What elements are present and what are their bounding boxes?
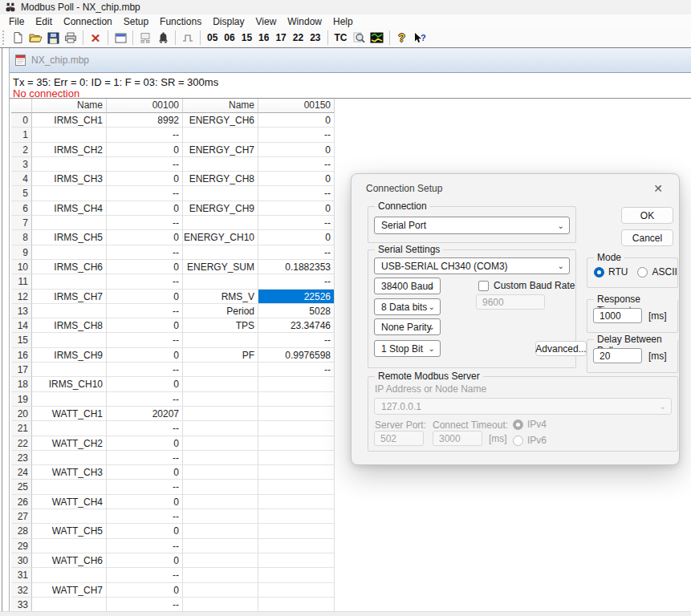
function-code-15-button[interactable]: 15 (238, 32, 255, 43)
grid-cell[interactable] (32, 245, 107, 260)
grid-header-col1[interactable]: Name (32, 99, 107, 113)
setup-window-button[interactable] (112, 30, 129, 46)
grid-cell[interactable] (183, 377, 258, 391)
grid-cell[interactable]: 0 (107, 553, 183, 568)
response-timeout-input[interactable]: 1000 (593, 308, 642, 323)
grid-cell[interactable]: IRMS_CH4 (32, 201, 107, 216)
grid-cell[interactable]: WATT_CH5 (32, 524, 107, 538)
grid-cell[interactable]: IRMS_CH1 (32, 113, 107, 128)
connect-timeout-input[interactable]: 3000 (433, 431, 482, 446)
grid-cell[interactable] (32, 274, 107, 289)
ip-address-select[interactable]: 127.0.0.1 ⌄ (374, 398, 672, 415)
grid-cell[interactable]: 0 (107, 348, 183, 363)
function-code-23-button[interactable]: 23 (307, 32, 323, 43)
grid-cell[interactable] (258, 377, 335, 391)
custom-baud-input[interactable]: 9600 (476, 294, 545, 310)
grid-cell[interactable] (183, 436, 258, 451)
grid-row-number[interactable]: 7 (11, 216, 32, 230)
grid-cell[interactable] (183, 363, 258, 377)
cancel-button[interactable]: Cancel (621, 229, 673, 246)
grid-cell[interactable]: -- (107, 568, 183, 582)
grid-cell[interactable]: 0 (107, 583, 183, 598)
grid-cell[interactable]: -- (258, 274, 335, 289)
grid-cell[interactable] (183, 451, 258, 465)
grid-cell[interactable]: 8992 (107, 113, 183, 128)
grid-row-number[interactable]: 14 (11, 318, 32, 333)
grid-row-number[interactable]: 32 (11, 583, 32, 598)
grid-row-number[interactable]: 3 (11, 157, 32, 172)
ip-version-ipv4-radio[interactable]: IPv4 (513, 419, 547, 430)
grid-header-col0[interactable] (11, 99, 32, 113)
grid-cell[interactable] (32, 480, 107, 494)
grid-cell[interactable] (183, 524, 258, 538)
grid-cell[interactable]: -- (107, 274, 183, 289)
menu-edit[interactable]: Edit (30, 15, 58, 28)
grid-cell[interactable] (183, 583, 258, 598)
grid-cell[interactable]: 0 (258, 113, 335, 128)
function-code-22-button[interactable]: 22 (290, 32, 307, 43)
grid-cell[interactable]: -- (107, 598, 183, 612)
menu-setup[interactable]: Setup (118, 15, 154, 28)
alarm-button[interactable] (154, 30, 172, 46)
dialog-close-button[interactable]: ✕ (648, 180, 668, 197)
grid-cell[interactable]: 0 (107, 465, 183, 480)
grid-cell[interactable]: IRMS_CH6 (32, 260, 107, 274)
grid-cell[interactable]: 0 (258, 172, 335, 186)
grid-cell[interactable] (183, 407, 258, 421)
grid-row-number[interactable]: 25 (11, 480, 32, 494)
grid-row-number[interactable]: 29 (11, 539, 32, 553)
grid-cell[interactable] (183, 216, 258, 230)
grid-cell[interactable]: IRMS_CH8 (32, 318, 107, 333)
grid-cell[interactable] (183, 553, 258, 568)
grid-cell[interactable]: 0.1882353 (258, 260, 335, 274)
grid-cell[interactable] (258, 392, 335, 407)
grid-cell[interactable]: 0 (258, 143, 335, 157)
grid-row-number[interactable]: 0 (11, 113, 32, 128)
grid-cell[interactable] (32, 363, 107, 377)
grid-cell[interactable] (183, 245, 258, 260)
grid-cell[interactable]: 0 (107, 377, 183, 391)
grid-cell[interactable]: ENERGY_CH9 (183, 201, 258, 216)
grid-cell[interactable] (183, 274, 258, 289)
grid-cell[interactable]: 22526 (258, 290, 335, 304)
grid-header-col3[interactable]: Name (183, 99, 258, 113)
bottom-scroll-strip[interactable] (0, 611, 691, 616)
grid-cell[interactable]: 0 (107, 318, 183, 333)
grid-cell[interactable] (32, 304, 107, 318)
function-code-16-button[interactable]: 16 (255, 32, 272, 43)
ip-version-ipv6-radio[interactable]: IPv6 (513, 435, 547, 446)
grid-cell[interactable]: 0 (107, 172, 183, 186)
grid-cell[interactable]: RMS_V (183, 290, 258, 304)
grid-cell[interactable]: 0 (107, 524, 183, 538)
grid-cell[interactable]: -- (107, 333, 183, 347)
about-button[interactable]: ? (393, 30, 411, 46)
grid-cell[interactable]: 0 (107, 201, 183, 216)
grid-cell[interactable] (258, 421, 335, 436)
function-code-17-button[interactable]: 17 (272, 32, 289, 43)
grid-cell[interactable] (183, 598, 258, 612)
grid-cell[interactable] (183, 568, 258, 582)
grid-row-number[interactable]: 12 (11, 290, 32, 304)
grid-row-number[interactable]: 23 (11, 451, 32, 465)
menu-view[interactable]: View (250, 15, 282, 28)
grid-cell[interactable] (258, 539, 335, 553)
grid-cell[interactable] (258, 495, 335, 509)
grid-row-number[interactable]: 5 (11, 186, 32, 201)
grid-cell[interactable]: WATT_CH2 (32, 436, 107, 451)
grid-cell[interactable] (32, 421, 107, 436)
grid-cell[interactable]: -- (107, 539, 183, 553)
new-file-button[interactable] (9, 30, 26, 46)
grid-cell[interactable]: 0.9976598 (258, 348, 335, 363)
grid-cell[interactable] (258, 598, 335, 612)
grid-cell[interactable]: IRMS_CH9 (32, 348, 107, 363)
communication-button[interactable] (136, 30, 154, 46)
grid-cell[interactable]: ENERGY_SUM (183, 260, 258, 274)
grid-cell[interactable]: 20207 (107, 407, 183, 421)
grid-cell[interactable] (183, 539, 258, 553)
grid-cell[interactable] (183, 509, 258, 524)
stop-bits-select[interactable]: 1 Stop Bit ⌄ (374, 340, 441, 357)
grid-cell[interactable] (32, 392, 107, 407)
grid-row-number[interactable]: 24 (11, 465, 32, 480)
grid-row-number[interactable]: 11 (11, 274, 32, 289)
grid-cell[interactable]: 0 (258, 230, 335, 245)
